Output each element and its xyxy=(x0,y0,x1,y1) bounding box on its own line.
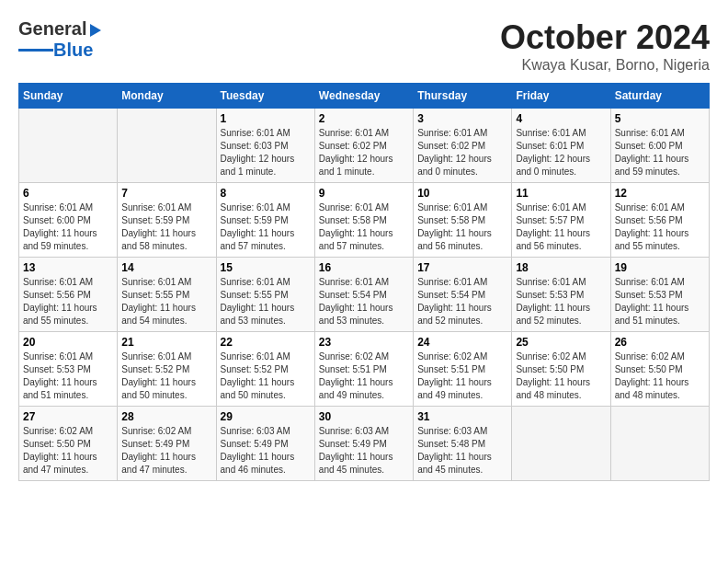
table-row: 25Sunrise: 6:02 AM Sunset: 5:50 PM Dayli… xyxy=(512,332,610,407)
day-number: 10 xyxy=(417,187,507,200)
col-friday: Friday xyxy=(512,84,610,109)
day-info: Sunrise: 6:01 AM Sunset: 5:56 PM Dayligh… xyxy=(23,276,113,327)
day-info: Sunrise: 6:02 AM Sunset: 5:51 PM Dayligh… xyxy=(417,350,507,402)
day-info: Sunrise: 6:03 AM Sunset: 5:49 PM Dayligh… xyxy=(221,425,311,477)
day-number: 19 xyxy=(615,261,705,274)
day-info: Sunrise: 6:01 AM Sunset: 5:52 PM Dayligh… xyxy=(121,350,211,402)
day-info: Sunrise: 6:01 AM Sunset: 6:03 PM Dayligh… xyxy=(221,127,311,178)
table-row: 29Sunrise: 6:03 AM Sunset: 5:49 PM Dayli… xyxy=(216,407,314,481)
day-number: 2 xyxy=(319,112,409,125)
table-row xyxy=(610,407,709,481)
table-row: 30Sunrise: 6:03 AM Sunset: 5:49 PM Dayli… xyxy=(314,407,413,481)
calendar-title: October 2024 xyxy=(500,18,710,57)
day-number: 15 xyxy=(221,261,311,274)
calendar-table: Sunday Monday Tuesday Wednesday Thursday… xyxy=(18,83,710,481)
table-row: 5Sunrise: 6:01 AM Sunset: 6:00 PM Daylig… xyxy=(610,109,709,183)
day-info: Sunrise: 6:02 AM Sunset: 5:50 PM Dayligh… xyxy=(23,425,113,477)
table-row: 28Sunrise: 6:02 AM Sunset: 5:49 PM Dayli… xyxy=(118,407,216,481)
day-info: Sunrise: 6:01 AM Sunset: 5:58 PM Dayligh… xyxy=(417,201,507,253)
table-row: 1Sunrise: 6:01 AM Sunset: 6:03 PM Daylig… xyxy=(216,109,314,183)
day-info: Sunrise: 6:01 AM Sunset: 5:53 PM Dayligh… xyxy=(23,350,113,402)
table-row: 14Sunrise: 6:01 AM Sunset: 5:55 PM Dayli… xyxy=(118,258,216,332)
day-number: 29 xyxy=(221,410,311,423)
col-sunday: Sunday xyxy=(19,84,118,109)
logo-arrow-icon xyxy=(90,24,101,37)
day-number: 12 xyxy=(615,187,705,200)
day-info: Sunrise: 6:01 AM Sunset: 5:52 PM Dayligh… xyxy=(221,350,311,402)
day-number: 8 xyxy=(221,187,311,200)
table-row: 15Sunrise: 6:01 AM Sunset: 5:55 PM Dayli… xyxy=(216,258,314,332)
day-number: 27 xyxy=(23,410,113,423)
table-row: 22Sunrise: 6:01 AM Sunset: 5:52 PM Dayli… xyxy=(216,332,314,407)
logo: General Blue xyxy=(18,18,101,61)
calendar-week-row: 27Sunrise: 6:02 AM Sunset: 5:50 PM Dayli… xyxy=(19,407,710,481)
table-row: 27Sunrise: 6:02 AM Sunset: 5:50 PM Dayli… xyxy=(19,407,118,481)
table-row: 16Sunrise: 6:01 AM Sunset: 5:54 PM Dayli… xyxy=(314,258,413,332)
day-info: Sunrise: 6:01 AM Sunset: 5:55 PM Dayligh… xyxy=(121,276,211,327)
day-info: Sunrise: 6:03 AM Sunset: 5:49 PM Dayligh… xyxy=(319,425,409,477)
day-number: 13 xyxy=(23,261,113,274)
calendar-subtitle: Kwaya Kusar, Borno, Nigeria xyxy=(500,57,710,74)
day-info: Sunrise: 6:01 AM Sunset: 6:00 PM Dayligh… xyxy=(23,201,113,253)
table-row: 31Sunrise: 6:03 AM Sunset: 5:48 PM Dayli… xyxy=(414,407,512,481)
table-row xyxy=(19,109,118,183)
day-number: 21 xyxy=(121,336,211,349)
day-info: Sunrise: 6:03 AM Sunset: 5:48 PM Dayligh… xyxy=(417,425,507,477)
day-number: 20 xyxy=(23,336,113,349)
day-number: 23 xyxy=(319,336,409,349)
col-saturday: Saturday xyxy=(610,84,709,109)
day-info: Sunrise: 6:01 AM Sunset: 5:59 PM Dayligh… xyxy=(121,201,211,253)
day-info: Sunrise: 6:01 AM Sunset: 6:00 PM Dayligh… xyxy=(615,127,705,178)
table-row: 7Sunrise: 6:01 AM Sunset: 5:59 PM Daylig… xyxy=(118,183,216,258)
calendar-week-row: 1Sunrise: 6:01 AM Sunset: 6:03 PM Daylig… xyxy=(19,109,710,183)
calendar-body: 1Sunrise: 6:01 AM Sunset: 6:03 PM Daylig… xyxy=(19,109,710,481)
page-header: General Blue October 2024 Kwaya Kusar, B… xyxy=(18,18,710,74)
table-row: 3Sunrise: 6:01 AM Sunset: 6:02 PM Daylig… xyxy=(414,109,512,183)
day-number: 26 xyxy=(615,336,705,349)
day-number: 25 xyxy=(516,336,606,349)
logo-general-text: General xyxy=(18,18,86,40)
day-info: Sunrise: 6:02 AM Sunset: 5:51 PM Dayligh… xyxy=(319,350,409,402)
day-info: Sunrise: 6:02 AM Sunset: 5:50 PM Dayligh… xyxy=(516,350,606,402)
day-number: 17 xyxy=(417,261,507,274)
day-number: 18 xyxy=(516,261,606,274)
col-wednesday: Wednesday xyxy=(314,84,413,109)
day-number: 30 xyxy=(319,410,409,423)
table-row: 11Sunrise: 6:01 AM Sunset: 5:57 PM Dayli… xyxy=(512,183,610,258)
col-tuesday: Tuesday xyxy=(216,84,314,109)
day-info: Sunrise: 6:01 AM Sunset: 6:02 PM Dayligh… xyxy=(417,127,507,178)
header-row: Sunday Monday Tuesday Wednesday Thursday… xyxy=(19,84,710,109)
table-row: 18Sunrise: 6:01 AM Sunset: 5:53 PM Dayli… xyxy=(512,258,610,332)
col-thursday: Thursday xyxy=(414,84,512,109)
day-number: 1 xyxy=(221,112,311,125)
day-info: Sunrise: 6:01 AM Sunset: 5:53 PM Dayligh… xyxy=(615,276,705,327)
day-number: 6 xyxy=(23,187,113,200)
day-number: 5 xyxy=(615,112,705,125)
calendar-header: Sunday Monday Tuesday Wednesday Thursday… xyxy=(19,84,710,109)
table-row: 20Sunrise: 6:01 AM Sunset: 5:53 PM Dayli… xyxy=(19,332,118,407)
table-row: 13Sunrise: 6:01 AM Sunset: 5:56 PM Dayli… xyxy=(19,258,118,332)
calendar-week-row: 20Sunrise: 6:01 AM Sunset: 5:53 PM Dayli… xyxy=(19,332,710,407)
table-row: 6Sunrise: 6:01 AM Sunset: 6:00 PM Daylig… xyxy=(19,183,118,258)
day-number: 11 xyxy=(516,187,606,200)
day-info: Sunrise: 6:02 AM Sunset: 5:50 PM Dayligh… xyxy=(615,350,705,402)
day-number: 31 xyxy=(417,410,507,423)
table-row: 4Sunrise: 6:01 AM Sunset: 6:01 PM Daylig… xyxy=(512,109,610,183)
day-info: Sunrise: 6:01 AM Sunset: 5:55 PM Dayligh… xyxy=(221,276,311,327)
day-info: Sunrise: 6:01 AM Sunset: 6:02 PM Dayligh… xyxy=(319,127,409,178)
day-number: 3 xyxy=(417,112,507,125)
day-number: 16 xyxy=(319,261,409,274)
table-row: 8Sunrise: 6:01 AM Sunset: 5:59 PM Daylig… xyxy=(216,183,314,258)
day-number: 7 xyxy=(121,187,211,200)
col-monday: Monday xyxy=(118,84,216,109)
day-number: 22 xyxy=(221,336,311,349)
day-number: 24 xyxy=(417,336,507,349)
day-number: 4 xyxy=(516,112,606,125)
table-row: 26Sunrise: 6:02 AM Sunset: 5:50 PM Dayli… xyxy=(610,332,709,407)
table-row: 24Sunrise: 6:02 AM Sunset: 5:51 PM Dayli… xyxy=(414,332,512,407)
day-number: 28 xyxy=(121,410,211,423)
day-info: Sunrise: 6:01 AM Sunset: 5:59 PM Dayligh… xyxy=(221,201,311,253)
table-row: 23Sunrise: 6:02 AM Sunset: 5:51 PM Dayli… xyxy=(314,332,413,407)
day-info: Sunrise: 6:01 AM Sunset: 5:54 PM Dayligh… xyxy=(319,276,409,327)
table-row xyxy=(512,407,610,481)
